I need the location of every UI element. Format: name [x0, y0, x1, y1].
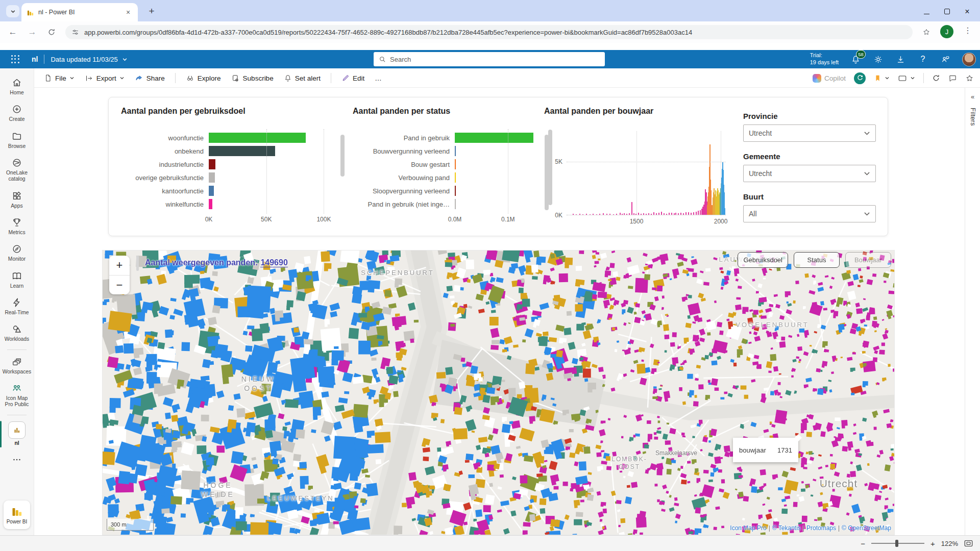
data-bar[interactable]: [455, 172, 456, 183]
data-bar[interactable]: [209, 146, 275, 156]
histogram-bar[interactable]: [603, 213, 604, 215]
histogram-bar[interactable]: [643, 213, 644, 215]
histogram-bar[interactable]: [624, 213, 625, 215]
file-menu[interactable]: File: [44, 74, 75, 82]
browser-menu-icon[interactable]: ⋮: [964, 26, 972, 35]
map-layer-button-gebruiksdoel[interactable]: Gebruiksdoel: [738, 252, 788, 268]
attribution-link[interactable]: © OpenStreetMap: [842, 524, 891, 532]
bar-row[interactable]: Bouwvergunning verleend: [353, 144, 547, 158]
histogram-bar[interactable]: [599, 214, 600, 215]
histogram-bar[interactable]: [613, 214, 614, 215]
histogram-bar[interactable]: [669, 213, 670, 215]
histogram-bar[interactable]: [648, 213, 649, 215]
map-layer-button-bouwjaar[interactable]: Bouwjaar: [845, 252, 891, 268]
histogram-bar[interactable]: [620, 213, 621, 215]
chart-gebruiksdoel[interactable]: Aantal panden per gebruiksdoel woonfunct…: [121, 107, 351, 229]
bar-row[interactable]: Pand in gebruik (niet inge…: [353, 197, 547, 211]
set-alert-button[interactable]: Set alert: [284, 74, 321, 82]
bar-row[interactable]: Verbouwing pand: [353, 171, 547, 184]
reload-button[interactable]: [45, 26, 58, 39]
fit-to-page-icon[interactable]: [964, 540, 973, 547]
bar-row[interactable]: Sloopvergunning verleend: [353, 184, 547, 197]
notifications-bell-icon[interactable]: 58: [850, 54, 861, 65]
histogram-bar[interactable]: [696, 212, 697, 215]
bar-row[interactable]: industriefunctie: [121, 158, 351, 171]
histogram-bar[interactable]: [582, 214, 583, 215]
histogram-bar[interactable]: [671, 213, 672, 215]
chart-scrollbar[interactable]: [548, 130, 552, 205]
canvas-zoom-slider[interactable]: [871, 543, 924, 544]
forward-button[interactable]: →: [26, 26, 39, 39]
search-input[interactable]: Search: [374, 52, 605, 66]
view-menu[interactable]: [898, 74, 915, 82]
histogram-bar[interactable]: [626, 214, 627, 215]
histogram-bar[interactable]: [698, 211, 699, 215]
address-bar[interactable]: app.powerbi.com/groups/0df86bfa-4d1d-472…: [65, 25, 913, 39]
copilot-button[interactable]: Copilot: [813, 74, 846, 83]
sidebar-item-metrics[interactable]: Metrics: [0, 213, 34, 240]
histogram-bar[interactable]: [579, 214, 580, 215]
slicer-dropdown-provincie[interactable]: Utrecht: [743, 124, 876, 142]
histogram-bar[interactable]: [678, 213, 679, 215]
sidebar-item-workspaces[interactable]: Workspaces: [0, 353, 34, 379]
help-icon[interactable]: ?: [917, 54, 928, 65]
data-bar[interactable]: [455, 133, 533, 143]
tab-close-icon[interactable]: ×: [124, 8, 133, 17]
histogram-bar[interactable]: [661, 212, 662, 215]
histogram-bar[interactable]: [693, 212, 694, 215]
window-maximize-button[interactable]: [943, 7, 950, 14]
data-updated-dropdown[interactable]: Data updated 11/03/25: [51, 56, 127, 63]
sidebar-item-icon-map-pro-public[interactable]: Icon Map Pro Public: [0, 379, 34, 412]
histogram-bar[interactable]: [656, 213, 657, 215]
filters-collapsed-pane[interactable]: « Filters: [965, 88, 980, 535]
attribution-link[interactable]: © Tekantis: [772, 524, 801, 532]
chart-scrollbar[interactable]: [340, 135, 345, 177]
expand-filters-chevron-icon[interactable]: «: [965, 88, 980, 101]
canvas-zoom-out-button[interactable]: −: [861, 539, 865, 548]
sidebar-item-onelake-catalog[interactable]: OneLake catalog: [0, 154, 34, 187]
histogram-bar[interactable]: [651, 214, 652, 215]
data-bar[interactable]: [455, 186, 456, 196]
histogram-bar[interactable]: [653, 212, 654, 215]
histogram-bar[interactable]: [691, 213, 692, 215]
app-launcher-waffle-icon[interactable]: [11, 55, 19, 63]
histogram-bar[interactable]: [688, 212, 689, 215]
reset-view-icon[interactable]: [854, 72, 866, 84]
refresh-icon[interactable]: [932, 74, 940, 82]
histogram-bar[interactable]: [641, 214, 642, 215]
data-bar[interactable]: [209, 186, 214, 196]
sidebar-item-nl[interactable]: nl: [0, 418, 34, 450]
data-bar[interactable]: [455, 146, 456, 156]
edit-button[interactable]: Edit: [341, 74, 364, 82]
bar-row[interactable]: Bouw gestart: [353, 158, 547, 171]
histogram-bar[interactable]: [622, 214, 623, 215]
export-menu[interactable]: Export: [85, 74, 125, 83]
histogram-bar[interactable]: [680, 213, 681, 215]
data-bar[interactable]: [209, 159, 215, 169]
sidebar-item-browse[interactable]: Browse: [0, 127, 34, 154]
data-bar[interactable]: [455, 159, 456, 169]
chart-status[interactable]: Aantal panden per status Pand in gebruik…: [353, 107, 547, 229]
slicer-dropdown-buurt[interactable]: All: [743, 205, 876, 222]
histogram-bar[interactable]: [629, 213, 630, 215]
subscribe-button[interactable]: Subscribe: [231, 74, 274, 83]
sidebar-item-real-time[interactable]: Real-Time: [0, 293, 34, 320]
sidebar-item-workloads[interactable]: Workloads: [0, 320, 34, 346]
slicer-dropdown-gemeente[interactable]: Utrecht: [743, 165, 876, 182]
settings-gear-icon[interactable]: [872, 54, 884, 65]
tab-search-chevron-icon[interactable]: [6, 5, 19, 17]
sidebar-item-apps[interactable]: Apps: [0, 187, 34, 213]
attribution-link[interactable]: Icon Map Pro: [730, 524, 766, 532]
data-bar[interactable]: [209, 172, 215, 183]
histogram-bar[interactable]: [646, 214, 647, 215]
histogram-bar[interactable]: [658, 213, 659, 215]
comments-icon[interactable]: [948, 74, 957, 83]
histogram-bar[interactable]: [616, 214, 617, 215]
map-visual[interactable]: SCHEPENBUURTLAUWERECHTVOGELENBUURTNIEUW …: [102, 250, 895, 535]
favorite-star-icon[interactable]: [965, 74, 974, 83]
back-button[interactable]: ←: [6, 26, 19, 39]
feedback-icon[interactable]: [940, 54, 951, 65]
bookmarks-menu[interactable]: [874, 74, 890, 82]
user-avatar[interactable]: [962, 53, 976, 66]
sidebar-item-monitor[interactable]: Monitor: [0, 240, 34, 266]
